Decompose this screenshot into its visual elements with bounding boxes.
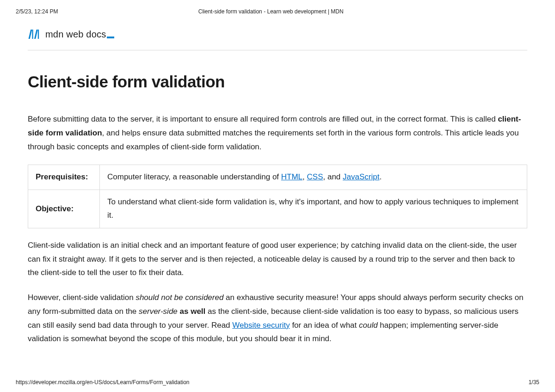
main-content: mdn web docs Client-side form validation… [0, 17, 555, 346]
cursor-icon [107, 37, 114, 38]
body-paragraph-3: However, client-side validation should n… [28, 291, 527, 346]
prerequisites-label: Prerequisites: [28, 165, 100, 190]
link-website-security[interactable]: Website security [232, 321, 290, 330]
page-title: Client-side form validation [28, 73, 527, 91]
intro-paragraph: Before submitting data to the server, it… [28, 112, 527, 153]
print-doc-title: Client-side form validation - Learn web … [58, 8, 484, 15]
prerequisites-value: Computer literacy, a reasonable understa… [100, 165, 527, 190]
print-footer: https://developer.mozilla.org/en-US/docs… [16, 379, 539, 386]
brand-logo-row: mdn web docs [28, 29, 527, 50]
body-paragraph-2: Client-side validation is an initial che… [28, 239, 527, 280]
mdn-logo-icon [28, 29, 41, 40]
print-url: https://developer.mozilla.org/en-US/docs… [16, 379, 190, 386]
table-row: Prerequisites: Computer literacy, a reas… [28, 165, 527, 190]
print-header: 2/5/23, 12:24 PM Client-side form valida… [0, 0, 555, 17]
link-html[interactable]: HTML [281, 172, 302, 181]
meta-table: Prerequisites: Computer literacy, a reas… [28, 165, 527, 228]
brand-name: mdn web docs [45, 29, 114, 40]
link-css[interactable]: CSS [307, 172, 323, 181]
print-timestamp: 2/5/23, 12:24 PM [16, 8, 58, 15]
table-row: Objective: To understand what client-sid… [28, 190, 527, 228]
objective-value: To understand what client-side form vali… [100, 190, 527, 228]
link-javascript[interactable]: JavaScript [343, 172, 379, 181]
print-page-indicator: 1/35 [529, 379, 539, 386]
objective-label: Objective: [28, 190, 100, 228]
